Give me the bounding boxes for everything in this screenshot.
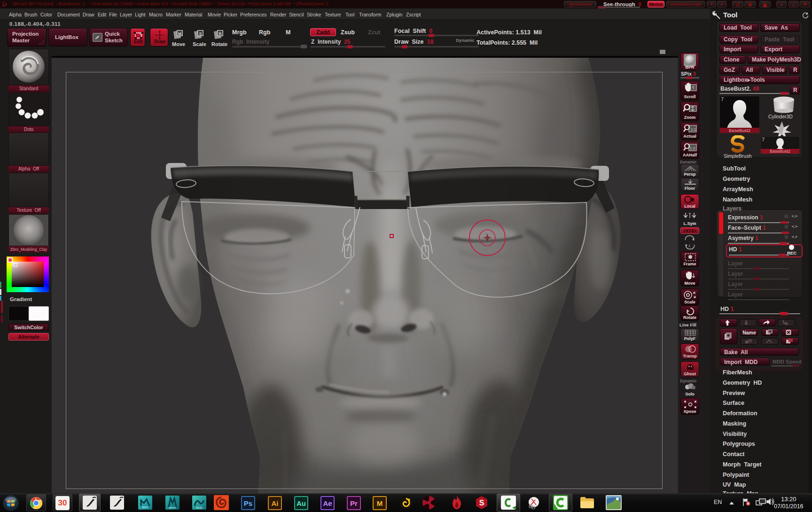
svg-text:R: R [219, 31, 222, 36]
svg-text:Z: Z [688, 244, 691, 248]
svg-text:MUD: MUD [196, 506, 203, 509]
svg-text:1:2: 1:2 [690, 146, 695, 150]
svg-text:MAX: MAX [142, 506, 148, 509]
svg-text:1:1: 1:1 [691, 127, 696, 132]
svg-text:M: M [178, 31, 182, 36]
svg-text:MAYA: MAYA [169, 506, 176, 509]
svg-text:S: S [199, 31, 202, 36]
svg-text:S: S [479, 499, 484, 507]
